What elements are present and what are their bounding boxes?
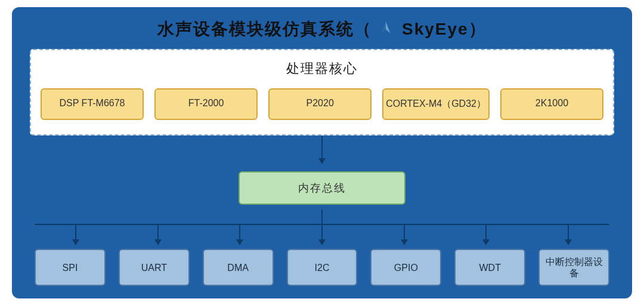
fanout-stem	[321, 210, 323, 224]
fanout-drop	[321, 224, 323, 244]
peripheral-box: SPI	[35, 249, 106, 286]
cpu-box: FT-2000	[154, 88, 258, 120]
cpu-box: DSP FT-M6678	[41, 88, 144, 120]
peripheral-box: I2C	[287, 249, 358, 286]
fanout-drop	[239, 224, 240, 244]
cpu-box: CORTEX-M4（GD32）	[382, 88, 490, 120]
title-prefix: 水声设备模块级仿真系统（	[157, 20, 372, 38]
diagram-title: 水声设备模块级仿真系统（ SkyEye）	[12, 18, 632, 41]
bus-fanout	[35, 210, 609, 249]
fanout-drop	[157, 224, 159, 244]
cpu-panel: 处理器核心 DSP FT-M6678 FT-2000 P2020 CORTEX-…	[30, 49, 614, 135]
cpu-box: P2020	[268, 88, 371, 120]
fanout-drop	[568, 224, 569, 244]
peripheral-box: UART	[119, 249, 190, 286]
arrow-cpu-to-bus	[12, 135, 632, 171]
fanout-drop	[485, 224, 487, 244]
cpu-panel-title: 处理器核心	[41, 60, 603, 78]
fanout-drop	[75, 224, 76, 244]
skyeye-logo-icon	[378, 20, 394, 36]
arrow-down-icon	[321, 135, 323, 163]
fanout-drop	[404, 224, 405, 244]
title-brand: SkyEye）	[402, 20, 487, 38]
cpu-box: 2K1000	[500, 88, 603, 120]
memory-bus-box: 内存总线	[239, 171, 405, 205]
diagram-container: 水声设备模块级仿真系统（ SkyEye） 处理器核心 DSP FT-M6678 …	[12, 7, 632, 298]
peripheral-box: GPIO	[370, 249, 441, 286]
peripheral-row: SPI UART DMA I2C GPIO WDT 中断控制器设备	[35, 249, 609, 286]
cpu-row: DSP FT-M6678 FT-2000 P2020 CORTEX-M4（GD3…	[41, 88, 603, 120]
peripheral-box: 中断控制器设备	[538, 249, 609, 286]
peripheral-box: DMA	[203, 249, 274, 286]
peripheral-box: WDT	[454, 249, 525, 286]
